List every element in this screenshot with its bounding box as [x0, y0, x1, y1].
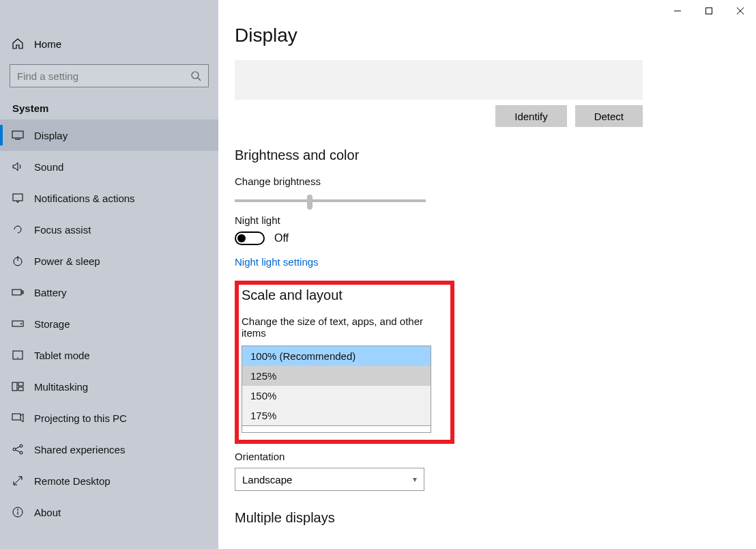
svg-rect-12	[22, 291, 23, 294]
sidebar-item-label: About	[34, 507, 61, 518]
sidebar-item-label: Projecting to this PC	[34, 412, 127, 424]
svg-rect-20	[12, 414, 20, 420]
sidebar: Home System Display Sound Notifications …	[0, 0, 218, 549]
orientation-label: Orientation	[235, 451, 740, 462]
brightness-slider[interactable]	[235, 199, 426, 202]
svg-point-23	[20, 451, 23, 454]
close-icon	[736, 7, 744, 15]
brightness-slider-thumb[interactable]	[307, 195, 312, 210]
scale-option-175[interactable]: 175%	[242, 406, 431, 425]
svg-rect-17	[12, 382, 17, 391]
night-light-settings-link[interactable]: Night light settings	[235, 256, 319, 268]
maximize-button[interactable]	[693, 0, 725, 22]
multitasking-icon	[11, 382, 25, 391]
search-input[interactable]	[17, 70, 190, 82]
sidebar-home-label: Home	[34, 38, 61, 50]
maximize-icon	[705, 7, 713, 15]
svg-line-25	[16, 450, 20, 452]
sidebar-item-about[interactable]: About	[0, 496, 218, 528]
scale-dropdown-field[interactable]	[242, 426, 431, 433]
svg-line-5	[198, 78, 201, 81]
sidebar-item-label: Focus assist	[34, 224, 91, 236]
search-icon	[190, 70, 201, 81]
home-icon	[11, 38, 25, 50]
sidebar-item-label: Notifications & actions	[34, 193, 135, 204]
close-button[interactable]	[725, 0, 756, 22]
minimize-button[interactable]	[662, 0, 693, 22]
sidebar-item-shared-experiences[interactable]: Shared experiences	[0, 434, 218, 465]
svg-rect-19	[18, 387, 23, 391]
svg-line-24	[16, 447, 20, 449]
tablet-icon	[11, 350, 25, 360]
sidebar-item-battery[interactable]: Battery	[0, 277, 218, 308]
brightness-label: Change brightness	[235, 175, 740, 187]
power-icon	[11, 255, 25, 267]
night-light-label: Night light	[235, 214, 740, 226]
scale-dropdown-open[interactable]: 100% (Recommended) 125% 150% 175%	[242, 346, 431, 426]
sidebar-item-label: Storage	[34, 318, 70, 330]
sidebar-item-label: Sound	[34, 161, 63, 173]
projecting-icon	[11, 413, 25, 423]
sidebar-item-label: Shared experiences	[34, 444, 125, 455]
sidebar-item-projecting[interactable]: Projecting to this PC	[0, 402, 218, 434]
sidebar-item-notifications[interactable]: Notifications & actions	[0, 182, 218, 214]
scale-option-150[interactable]: 150%	[242, 386, 431, 406]
svg-point-16	[17, 357, 18, 358]
sidebar-item-remote-desktop[interactable]: Remote Desktop	[0, 465, 218, 496]
chevron-down-icon: ▾	[413, 475, 417, 484]
svg-point-22	[20, 445, 23, 447]
sidebar-item-power-sleep[interactable]: Power & sleep	[0, 245, 218, 277]
svg-point-21	[13, 448, 16, 451]
night-light-toggle[interactable]	[235, 231, 265, 245]
storage-icon	[11, 320, 25, 327]
sidebar-item-storage[interactable]: Storage	[0, 308, 218, 339]
sidebar-item-label: Tablet mode	[34, 350, 90, 361]
notifications-icon	[11, 193, 25, 203]
multiple-displays-section-title: Multiple displays	[235, 510, 740, 526]
page-title: Display	[235, 25, 740, 46]
sidebar-item-tablet-mode[interactable]: Tablet mode	[0, 339, 218, 371]
svg-rect-8	[13, 194, 23, 201]
scale-section-title: Scale and layout	[242, 287, 446, 303]
svg-rect-6	[12, 131, 23, 138]
detect-button[interactable]: Detect	[575, 105, 643, 127]
sidebar-home[interactable]: Home	[0, 30, 218, 57]
sidebar-item-label: Display	[34, 130, 68, 141]
sound-icon	[11, 160, 25, 173]
sidebar-item-label: Multitasking	[34, 381, 88, 393]
sidebar-item-display[interactable]: Display	[0, 119, 218, 151]
night-light-state: Off	[274, 232, 289, 244]
remote-desktop-icon	[11, 475, 25, 487]
scale-option-125[interactable]: 125%	[242, 366, 431, 386]
focus-assist-icon	[11, 223, 25, 236]
scale-option-100[interactable]: 100% (Recommended)	[242, 346, 431, 366]
sidebar-item-multitasking[interactable]: Multitasking	[0, 371, 218, 402]
display-arrangement-preview[interactable]	[235, 60, 643, 100]
scale-layout-highlight: Scale and layout Change the size of text…	[235, 281, 454, 444]
svg-line-26	[14, 477, 22, 485]
about-icon	[11, 506, 25, 518]
display-icon	[11, 130, 25, 140]
scale-label: Change the size of text, apps, and other…	[242, 315, 446, 339]
svg-rect-11	[12, 290, 21, 295]
orientation-value: Landscape	[242, 474, 292, 485]
sidebar-item-focus-assist[interactable]: Focus assist	[0, 214, 218, 245]
battery-icon	[11, 288, 25, 296]
svg-rect-1	[706, 8, 712, 14]
sidebar-category: System	[0, 87, 218, 119]
sidebar-item-label: Remote Desktop	[34, 475, 111, 487]
svg-rect-18	[18, 382, 23, 386]
minimize-icon	[673, 7, 682, 15]
brightness-section-title: Brightness and color	[235, 147, 740, 163]
svg-point-14	[20, 323, 22, 324]
main-content: Display Identify Detect Brightness and c…	[235, 25, 740, 549]
svg-point-28	[17, 509, 18, 511]
sidebar-search[interactable]	[10, 64, 209, 87]
sidebar-item-sound[interactable]: Sound	[0, 151, 218, 182]
toggle-knob	[237, 234, 246, 242]
orientation-select[interactable]: Landscape ▾	[235, 468, 424, 491]
shared-icon	[11, 443, 25, 455]
svg-point-4	[192, 72, 199, 79]
identify-button[interactable]: Identify	[495, 105, 566, 127]
sidebar-item-label: Power & sleep	[34, 255, 100, 267]
